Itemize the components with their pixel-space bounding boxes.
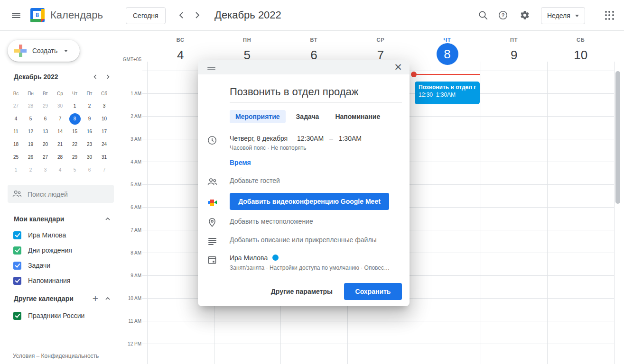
settings-gear-icon[interactable] xyxy=(515,6,534,25)
day-header[interactable]: СБ10 xyxy=(547,30,614,71)
dialog-tab[interactable]: Напоминание xyxy=(329,110,386,123)
calendar-logo-icon[interactable]: 8 xyxy=(30,8,45,22)
mini-day-cell[interactable]: 30 xyxy=(53,100,67,112)
day-number[interactable]: 8 xyxy=(437,43,458,65)
add-calendar-icon[interactable]: + xyxy=(89,292,102,305)
collapse-chevron-icon[interactable] xyxy=(102,292,114,305)
mini-day-cell[interactable]: 25 xyxy=(9,151,23,164)
mini-day-cell[interactable]: 4 xyxy=(53,164,67,176)
day-number[interactable]: 9 xyxy=(481,44,548,66)
privacy-link[interactable]: Конфиденциальность xyxy=(41,353,99,359)
create-button[interactable]: Создать xyxy=(8,40,80,62)
collapse-chevron-icon[interactable] xyxy=(102,213,114,225)
mini-day-cell[interactable]: 7 xyxy=(97,164,112,176)
mini-day-cell[interactable]: 27 xyxy=(38,151,53,164)
calendar-owner-row[interactable]: Ира Милова Занят/занята · Настройки дост… xyxy=(230,254,390,271)
calendar-checkbox[interactable] xyxy=(13,262,21,270)
event-datetime[interactable]: Четверг, 8 декабря 12:30AM – 1:30AM xyxy=(230,135,362,142)
mini-day-cell[interactable]: 19 xyxy=(23,138,38,151)
day-number[interactable]: 10 xyxy=(547,44,614,66)
apps-grid-icon[interactable] xyxy=(600,6,619,25)
mini-day-cell[interactable]: 5 xyxy=(23,112,38,125)
mini-day-cell[interactable]: 1 xyxy=(67,100,82,112)
mini-day-cell[interactable]: 2 xyxy=(23,164,38,176)
add-guests-field[interactable]: Добавьте гостей xyxy=(230,176,280,185)
calendar-list-item[interactable]: Ира Милова xyxy=(8,228,114,243)
mini-day-cell[interactable]: 2 xyxy=(82,100,97,112)
main-menu-icon[interactable] xyxy=(7,6,26,25)
mini-calendar-prev-icon[interactable] xyxy=(89,71,102,83)
day-header[interactable]: ПТ9 xyxy=(481,30,548,71)
mini-day-cell[interactable]: 29 xyxy=(67,151,82,164)
mini-day-cell[interactable]: 24 xyxy=(97,138,112,151)
mini-calendar-next-icon[interactable] xyxy=(102,71,114,83)
mini-day-cell[interactable]: 15 xyxy=(67,125,82,138)
next-period-icon[interactable] xyxy=(187,6,206,25)
mini-day-cell[interactable]: 3 xyxy=(97,100,112,112)
mini-day-cell[interactable]: 28 xyxy=(23,100,38,112)
mini-day-cell[interactable]: 8 xyxy=(67,112,82,125)
mini-day-cell[interactable]: 3 xyxy=(38,164,53,176)
mini-day-cell[interactable]: 21 xyxy=(53,138,67,151)
mini-day-cell[interactable]: 28 xyxy=(53,151,67,164)
mini-day-cell[interactable]: 7 xyxy=(53,112,67,125)
dialog-drag-bar[interactable]: ✕ xyxy=(198,60,410,74)
calendar-checkbox[interactable] xyxy=(13,277,21,285)
more-options-button[interactable]: Другие параметры xyxy=(265,284,338,299)
mini-day-cell[interactable]: 17 xyxy=(97,125,112,138)
event-title-input[interactable]: Позвонить в отдел продаж xyxy=(230,86,402,98)
mini-day-cell[interactable]: 14 xyxy=(53,125,67,138)
my-calendars-header[interactable]: Мои календари xyxy=(8,212,114,226)
event-chip[interactable]: Позвонить в отдел п 12:30–1:30AM xyxy=(415,82,480,104)
today-button[interactable]: Сегодня xyxy=(126,7,166,24)
calendar-list-item[interactable]: Задачи xyxy=(8,258,114,273)
mini-day-cell[interactable]: 5 xyxy=(67,164,82,176)
add-meet-button[interactable]: Добавить видеоконференцию Google Meet xyxy=(230,193,389,210)
drag-handle-icon[interactable] xyxy=(207,65,215,71)
mini-day-cell[interactable]: 30 xyxy=(82,151,97,164)
mini-day-cell[interactable]: 26 xyxy=(23,151,38,164)
mini-day-cell[interactable]: 10 xyxy=(97,112,112,125)
save-button[interactable]: Сохранить xyxy=(344,283,402,300)
mini-day-cell[interactable]: 12 xyxy=(23,125,38,138)
mini-day-cell[interactable]: 6 xyxy=(82,164,97,176)
mini-day-cell[interactable]: 18 xyxy=(9,138,23,151)
mini-day-cell[interactable]: 6 xyxy=(38,112,53,125)
dialog-tab[interactable]: Задача xyxy=(290,110,325,123)
terms-link[interactable]: Условия xyxy=(13,353,35,359)
mini-day-cell[interactable]: 29 xyxy=(38,100,53,112)
mini-day-cell[interactable]: 22 xyxy=(67,138,82,151)
add-location-field[interactable]: Добавить местоположение xyxy=(230,217,313,226)
search-icon[interactable] xyxy=(474,6,493,25)
calendar-list-item[interactable]: Праздники России xyxy=(8,308,114,323)
view-selector[interactable]: Неделя xyxy=(541,7,585,24)
vertical-scrollbar[interactable] xyxy=(615,71,620,204)
mini-day-cell[interactable]: 13 xyxy=(38,125,53,138)
mini-day-cell[interactable]: 23 xyxy=(82,138,97,151)
day-header[interactable]: ЧТ8 xyxy=(414,30,481,71)
mini-day-cell[interactable]: 11 xyxy=(9,125,23,138)
close-icon[interactable]: ✕ xyxy=(391,61,405,74)
event-end-time[interactable]: 1:30AM xyxy=(339,135,362,142)
calendar-checkbox[interactable] xyxy=(13,231,21,239)
help-icon[interactable]: ? xyxy=(494,6,512,25)
hour-label: 5 AM xyxy=(117,182,141,187)
mini-day-cell[interactable]: 20 xyxy=(38,138,53,151)
mini-day-cell[interactable]: 4 xyxy=(9,112,23,125)
calendar-checkbox[interactable] xyxy=(13,246,21,255)
mini-day-cell[interactable]: 16 xyxy=(82,125,97,138)
mini-day-cell[interactable]: 9 xyxy=(82,112,97,125)
time-options-link[interactable]: Время xyxy=(230,159,410,166)
event-date[interactable]: Четверг, 8 декабря xyxy=(230,135,288,142)
calendar-list-item[interactable]: Напоминания xyxy=(8,273,114,288)
mini-day-cell[interactable]: 1 xyxy=(9,164,23,176)
calendar-checkbox[interactable] xyxy=(13,312,21,320)
people-search-input[interactable] xyxy=(27,185,112,204)
mini-day-cell[interactable]: 31 xyxy=(97,151,112,164)
dialog-tab[interactable]: Мероприятие xyxy=(230,110,286,123)
add-description-field[interactable]: Добавить описание или прикрепленные файл… xyxy=(230,235,377,245)
event-start-time[interactable]: 12:30AM xyxy=(297,135,324,142)
mini-day-cell[interactable]: 27 xyxy=(9,100,23,112)
other-calendars-header[interactable]: Другие календари + xyxy=(8,292,114,305)
calendar-list-item[interactable]: Дни рождения xyxy=(8,243,114,258)
